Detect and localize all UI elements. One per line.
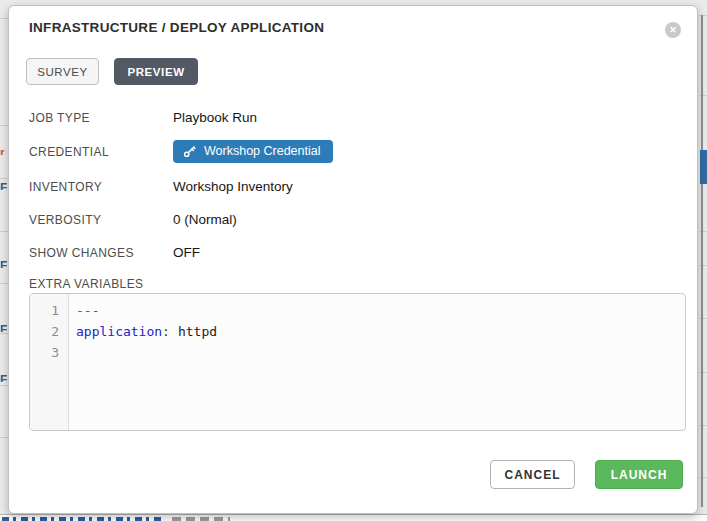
background-row-divider bbox=[0, 178, 8, 179]
job-type-label: JOB TYPE bbox=[29, 111, 90, 125]
credential-badge[interactable]: Workshop Credential bbox=[173, 140, 333, 163]
background-link-fragment: F bbox=[0, 373, 7, 382]
yaml-doc-start-token: --- bbox=[76, 303, 99, 318]
background-row-divider bbox=[0, 231, 8, 232]
credential-label: CREDENTIAL bbox=[29, 145, 109, 159]
editor-line-number-gutter: 1 2 3 bbox=[30, 294, 69, 430]
extra-variables-label: EXTRA VARIABLES bbox=[29, 277, 144, 291]
background-link-fragment: F bbox=[0, 323, 7, 332]
launch-button[interactable]: LAUNCH bbox=[595, 460, 683, 489]
code-line-1: --- bbox=[76, 300, 217, 321]
yaml-colon-token: : bbox=[162, 324, 170, 339]
credential-badge-label: Workshop Credential bbox=[204, 144, 321, 158]
background-bottom-row bbox=[0, 514, 707, 521]
preview-tab-button[interactable]: PREVIEW bbox=[114, 58, 198, 85]
background-row-divider bbox=[0, 283, 8, 284]
background-row-divider bbox=[0, 385, 8, 386]
background-clipped-text bbox=[172, 517, 230, 521]
cancel-button[interactable]: CANCEL bbox=[490, 460, 575, 489]
deploy-application-modal: INFRASTRUCTURE / DEPLOY APPLICATION SURV… bbox=[8, 5, 698, 514]
background-row-divider bbox=[0, 333, 8, 334]
show-changes-label: SHOW CHANGES bbox=[29, 246, 134, 260]
verbosity-value: 0 (Normal) bbox=[173, 212, 237, 227]
background-row-divider bbox=[0, 437, 8, 438]
background-row-divider bbox=[0, 125, 8, 126]
background-link-fragment: F bbox=[0, 181, 7, 190]
editor-code-area[interactable]: --- application:httpd bbox=[69, 294, 217, 430]
modal-title: INFRASTRUCTURE / DEPLOY APPLICATION bbox=[29, 20, 324, 35]
key-icon bbox=[183, 145, 196, 158]
line-number: 3 bbox=[30, 342, 68, 363]
verbosity-label: VERBOSITY bbox=[29, 213, 101, 227]
code-line-3 bbox=[76, 342, 217, 363]
background-text-fragment: r bbox=[0, 146, 7, 155]
screen: r F F F F INFRASTRUCTURE / DEPLOY APPLIC… bbox=[0, 0, 707, 521]
inventory-value: Workshop Inventory bbox=[173, 179, 293, 194]
yaml-key-token: application bbox=[76, 324, 162, 339]
yaml-value-token: httpd bbox=[178, 324, 217, 339]
show-changes-value: OFF bbox=[173, 245, 200, 260]
background-row-divider bbox=[0, 18, 8, 19]
background-table-border bbox=[701, 15, 703, 507]
line-number: 2 bbox=[30, 321, 68, 342]
job-type-value: Playbook Run bbox=[173, 110, 257, 125]
code-line-2: application:httpd bbox=[76, 321, 217, 342]
background-link-fragment: F bbox=[0, 259, 7, 268]
extra-variables-editor[interactable]: 1 2 3 --- application:httpd bbox=[29, 293, 686, 431]
background-clipped-text bbox=[2, 517, 164, 521]
close-icon[interactable] bbox=[665, 22, 681, 38]
inventory-label: INVENTORY bbox=[29, 180, 102, 194]
background-button-fragment bbox=[700, 150, 707, 184]
line-number: 1 bbox=[30, 300, 68, 321]
survey-tab-button[interactable]: SURVEY bbox=[26, 58, 99, 85]
